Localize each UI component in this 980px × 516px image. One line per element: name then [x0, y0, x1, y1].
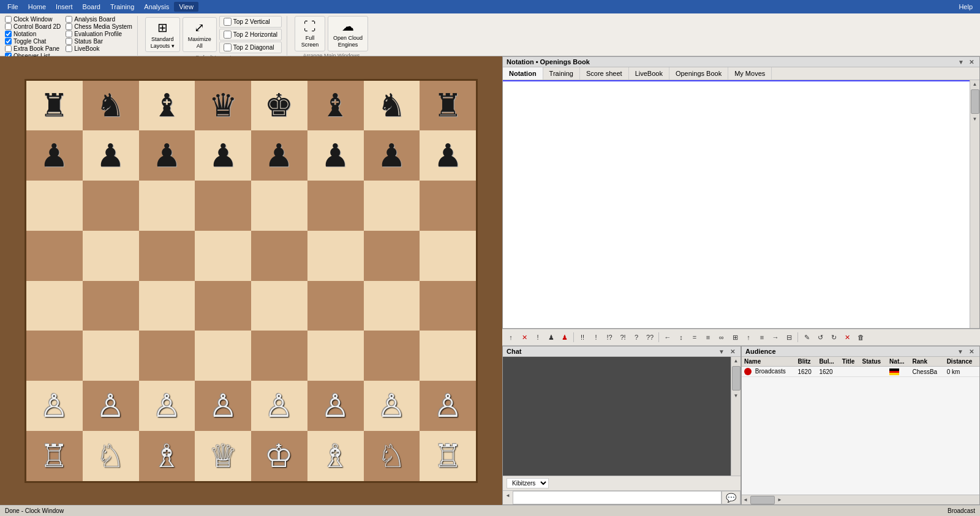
chess-square[interactable] [83, 331, 139, 381]
scroll-down-arrow[interactable]: ▼ [971, 115, 979, 123]
tool-grid[interactable]: ⊞ [729, 331, 741, 343]
tool-updown[interactable]: ↕ [675, 331, 687, 343]
tool-piece1[interactable]: ♟ [545, 331, 557, 343]
tool-clear-red[interactable]: ✕ [841, 331, 853, 343]
top2-diagonal[interactable]: Top 2 Diagonal [219, 42, 282, 53]
audience-scroll-left[interactable]: ◄ [742, 496, 749, 504]
tab-openings-book[interactable]: Openings Book [669, 67, 728, 80]
chat-scroll-thumb[interactable] [732, 366, 741, 391]
audience-close-btn[interactable]: ✕ [967, 348, 976, 355]
kibitzers-select[interactable]: Kibitzers [507, 478, 549, 488]
chess-square[interactable]: ♜ [420, 81, 476, 131]
open-cloud-engines-button[interactable]: ☁ Open CloudEngines [328, 16, 368, 51]
chess-square[interactable] [139, 181, 195, 231]
chess-square[interactable] [26, 181, 83, 231]
tool-equal[interactable]: = [688, 331, 701, 343]
chess-square[interactable]: ♚ [251, 81, 307, 131]
tool-dubious[interactable]: ?! [617, 331, 629, 343]
col-bullet[interactable]: Bul... [816, 357, 839, 367]
col-rank[interactable]: Rank [910, 357, 944, 367]
chess-square[interactable] [420, 331, 476, 381]
chess-square[interactable]: ♗ [307, 431, 364, 481]
chess-square[interactable]: ♖ [420, 431, 476, 481]
menu-view[interactable]: View [174, 2, 198, 12]
chess-square[interactable] [26, 231, 83, 281]
chat-scroll-down[interactable]: ▼ [733, 392, 740, 400]
chess-square[interactable] [251, 331, 307, 381]
chess-square[interactable] [307, 281, 364, 331]
chat-input-arrow-left[interactable]: ◄ [503, 491, 513, 504]
chat-dropdown-btn[interactable]: ▼ [717, 348, 726, 355]
checkbox-control-board[interactable]: Control Board 2D [5, 23, 61, 30]
tool-edit[interactable]: ✎ [801, 331, 813, 343]
chess-square[interactable] [364, 281, 420, 331]
menu-analysis[interactable]: Analysis [139, 2, 174, 12]
chat-scroll-up[interactable]: ▲ [733, 357, 740, 365]
tool-minus[interactable]: ⊟ [783, 331, 795, 343]
chess-square[interactable]: ♙ [139, 381, 195, 431]
chess-square[interactable]: ♞ [83, 81, 139, 131]
chess-square[interactable]: ♙ [420, 381, 476, 431]
tool-mistake[interactable]: ? [630, 331, 643, 343]
tool-arrow-right[interactable]: → [769, 331, 782, 343]
tool-good[interactable]: ! [532, 331, 544, 343]
tool-delete[interactable]: ✕ [518, 331, 530, 343]
chess-square[interactable] [195, 331, 251, 381]
tool-equals2[interactable]: ≡ [756, 331, 768, 343]
menu-file[interactable]: File [2, 2, 23, 12]
menu-board[interactable]: Board [78, 2, 105, 12]
checkbox-eval-profile[interactable]: Evaluation Profile [66, 31, 132, 37]
chess-square[interactable]: ♙ [83, 381, 139, 431]
notation-close-btn[interactable]: ✕ [967, 59, 976, 65]
checkbox-notation[interactable]: Notation [5, 31, 61, 37]
tab-training[interactable]: Training [543, 67, 580, 80]
chess-square[interactable]: ♔ [251, 431, 307, 481]
chess-square[interactable]: ♗ [139, 431, 195, 481]
chess-square[interactable] [251, 181, 307, 231]
full-screen-button[interactable]: ⛶ FullScreen [295, 16, 325, 51]
chess-square[interactable] [420, 181, 476, 231]
chess-square[interactable]: ♟ [26, 130, 83, 181]
chess-square[interactable] [139, 231, 195, 281]
top2-vertical[interactable]: Top 2 Vertical [219, 16, 282, 28]
checkbox-status-bar[interactable]: Status Bar [66, 38, 132, 45]
chess-square[interactable]: ♙ [364, 381, 420, 431]
tool-interesting[interactable]: !? [603, 331, 616, 343]
chat-close-btn[interactable]: ✕ [728, 348, 737, 355]
chat-text-input[interactable] [513, 491, 722, 504]
chess-square[interactable]: ♕ [195, 431, 251, 481]
chess-square[interactable]: ♟ [83, 130, 139, 181]
tool-arrow-left[interactable]: ← [662, 331, 674, 343]
chess-square[interactable] [83, 181, 139, 231]
chess-square[interactable] [26, 281, 83, 331]
chess-square[interactable]: ♝ [139, 81, 195, 131]
tool-piece2[interactable]: ♟ [559, 331, 571, 343]
chess-square[interactable] [83, 231, 139, 281]
chess-square[interactable] [307, 231, 364, 281]
chess-square[interactable]: ♞ [364, 81, 420, 131]
chess-square[interactable] [139, 281, 195, 331]
tab-score-sheet[interactable]: Score sheet [580, 67, 629, 80]
notation-dropdown-btn[interactable]: ▼ [956, 59, 966, 65]
tool-up2[interactable]: ↑ [742, 331, 755, 343]
tool-redo[interactable]: ↻ [827, 331, 840, 343]
maximize-all-button[interactable]: ⤢ MaximizeAll [183, 17, 217, 53]
audience-scrollbar-h[interactable]: ◄ ► [742, 495, 979, 504]
col-nat[interactable]: Nat... [887, 357, 910, 367]
chess-square[interactable]: ♙ [26, 381, 83, 431]
audience-scroll-h-thumb[interactable] [750, 496, 775, 504]
col-blitz[interactable]: Blitz [795, 357, 816, 367]
standard-layouts-button[interactable]: ⊞ StandardLayouts ▾ [145, 17, 180, 53]
chess-square[interactable] [195, 281, 251, 331]
chess-square[interactable] [307, 181, 364, 231]
chess-square[interactable]: ♙ [251, 381, 307, 431]
chess-square[interactable] [195, 231, 251, 281]
audience-row-broadcasts[interactable]: Broadcasts 1620 1620 ChessBa 0 k [742, 367, 979, 377]
chess-square[interactable]: ♟ [307, 130, 364, 181]
checkbox-analysis-board[interactable]: Analysis Board [66, 16, 132, 23]
chess-square[interactable]: ♙ [307, 381, 364, 431]
chess-square[interactable]: ♟ [420, 130, 476, 181]
menu-training[interactable]: Training [105, 2, 139, 12]
tool-undo[interactable]: ↺ [814, 331, 826, 343]
audience-dropdown-btn[interactable]: ▼ [956, 348, 965, 355]
